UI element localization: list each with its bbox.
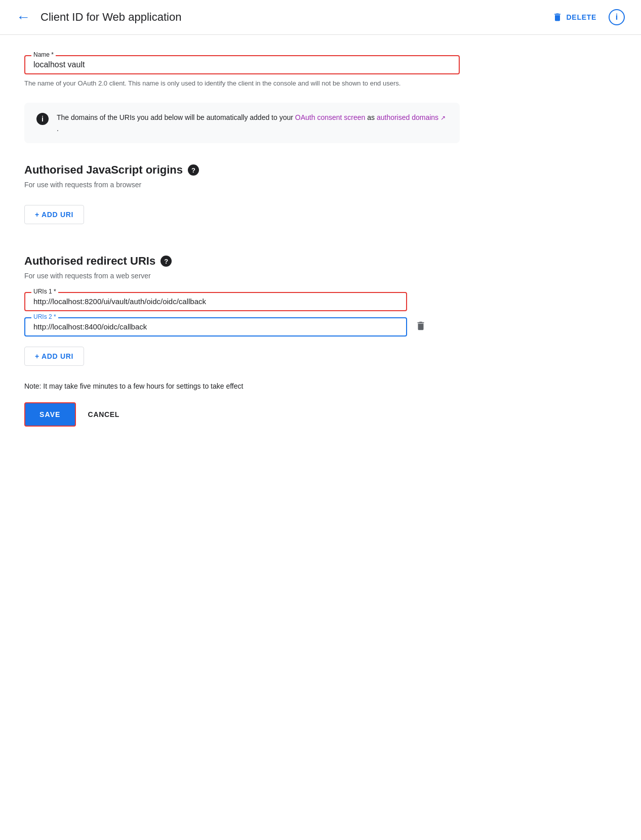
trash-icon [552, 12, 563, 22]
uri1-input[interactable] [33, 297, 398, 306]
header: ← Client ID for Web application DELETE i [0, 0, 641, 35]
delete-button[interactable]: DELETE [552, 12, 596, 22]
info-text-middle: as [367, 113, 377, 121]
redirect-uris-title: Authorised redirect URIs ? [24, 255, 462, 268]
name-field-container: Name * [24, 55, 460, 74]
name-hint: The name of your OAuth 2.0 client. This … [24, 78, 462, 89]
delete-label: DELETE [567, 13, 596, 21]
uri2-delete-button[interactable] [415, 320, 426, 334]
external-link-icon: ↗ [440, 114, 446, 121]
name-field-wrapper: Name * The name of your OAuth 2.0 client… [24, 55, 462, 89]
js-origins-subtitle: For use with requests from a browser [24, 181, 462, 189]
redirect-uris-help-icon[interactable]: ? [161, 256, 172, 267]
oauth-consent-link[interactable]: OAuth consent screen [295, 113, 366, 121]
info-button[interactable]: i [609, 9, 625, 25]
js-origins-add-uri-button[interactable]: + ADD URI [24, 205, 84, 224]
name-label: Name * [31, 51, 56, 58]
redirect-uris-add-uri-button[interactable]: + ADD URI [24, 347, 84, 366]
info-text-before: The domains of the URIs you add below wi… [57, 113, 295, 121]
save-button[interactable]: SAVE [24, 402, 76, 427]
js-origins-title: Authorised JavaScript origins ? [24, 163, 462, 177]
uri1-field-container: URIs 1 * [24, 292, 407, 311]
uri1-row: URIs 1 * [24, 292, 462, 311]
name-input[interactable] [33, 60, 451, 69]
info-text-after: . [57, 124, 59, 133]
cancel-button[interactable]: CANCEL [88, 403, 120, 426]
uri2-row: URIs 2 * [24, 317, 462, 337]
back-button[interactable]: ← [16, 9, 30, 25]
main-content: Name * The name of your OAuth 2.0 client… [0, 35, 486, 447]
info-banner-icon: i [36, 113, 49, 125]
uri2-field-container: URIs 2 * [24, 317, 407, 337]
uri2-label: URIs 2 * [31, 313, 58, 320]
action-buttons: SAVE CANCEL [24, 402, 462, 427]
redirect-uris-subtitle: For use with requests from a web server [24, 272, 462, 280]
authorised-domains-link[interactable]: authorised domains ↗ [377, 113, 446, 121]
info-banner-text: The domains of the URIs you add below wi… [57, 112, 448, 135]
js-origins-help-icon[interactable]: ? [188, 164, 199, 176]
info-banner: i The domains of the URIs you add below … [24, 103, 460, 144]
uri1-label: URIs 1 * [31, 288, 58, 295]
uri2-input[interactable] [33, 322, 398, 331]
page-title: Client ID for Web application [41, 11, 552, 24]
note-text: Note: It may take five minutes to a few … [24, 382, 462, 390]
